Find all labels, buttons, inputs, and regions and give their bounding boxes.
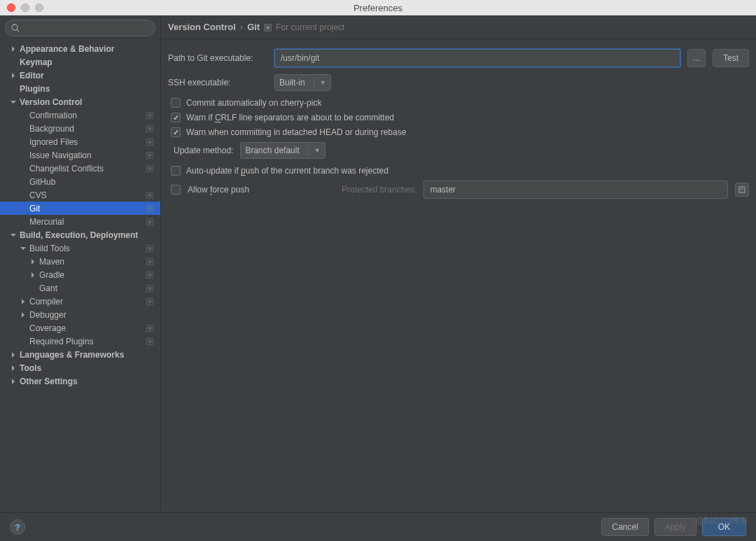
- expand-icon: [738, 185, 746, 194]
- sidebar-item[interactable]: Plugins: [0, 82, 160, 95]
- svg-rect-25: [148, 287, 152, 290]
- sidebar-item[interactable]: Confirmation: [0, 108, 160, 122]
- svg-rect-11: [148, 167, 152, 171]
- sidebar-item-label: GitHub: [29, 177, 55, 187]
- chevron-down-icon: ▼: [314, 147, 321, 154]
- commit-auto-cherrypick-checkbox[interactable]: [171, 98, 181, 108]
- update-method-value: Branch default: [245, 146, 299, 155]
- svg-rect-19: [148, 247, 152, 251]
- test-button[interactable]: Test: [713, 49, 749, 67]
- sidebar-item-label: Mercurial: [29, 217, 64, 227]
- svg-rect-9: [148, 154, 152, 157]
- sidebar-item[interactable]: Mercurial: [0, 215, 160, 228]
- close-window-button[interactable]: [7, 3, 15, 12]
- ok-button[interactable]: OK: [702, 518, 746, 536]
- sidebar-item[interactable]: Gant: [0, 281, 160, 295]
- arrow-spacer: [20, 125, 27, 132]
- breadcrumb-hint: For current project: [276, 22, 344, 32]
- sidebar-item-label: Appearance & Behavior: [20, 44, 114, 54]
- tree-arrow-icon: [10, 351, 17, 358]
- sidebar-item[interactable]: Keymap: [0, 55, 160, 69]
- expand-field-button[interactable]: [735, 183, 749, 197]
- sidebar-item[interactable]: Languages & Frameworks: [0, 348, 160, 361]
- sidebar-item-label: Issue Navigation: [29, 150, 92, 160]
- zoom-window-button[interactable]: [35, 3, 43, 12]
- cancel-button[interactable]: Cancel: [601, 518, 648, 536]
- sidebar-item[interactable]: Required Plugins: [0, 335, 160, 348]
- checkbox-label: Allow force push: [188, 185, 335, 195]
- arrow-spacer: [20, 205, 27, 212]
- arrow-spacer: [20, 178, 27, 185]
- apply-button[interactable]: Apply: [654, 518, 696, 536]
- search-input[interactable]: [5, 20, 155, 36]
- sidebar-item[interactable]: Tools: [0, 361, 160, 374]
- sidebar-item-label: Plugins: [20, 84, 50, 94]
- sidebar-item[interactable]: Build, Execution, Deployment: [0, 228, 160, 241]
- sidebar-item[interactable]: Changelist Conflicts: [0, 162, 160, 175]
- sidebar-item[interactable]: Issue Navigation: [0, 148, 160, 162]
- update-method-select[interactable]: Branch default ▼: [240, 142, 325, 159]
- sidebar-item[interactable]: Git: [0, 202, 160, 215]
- sidebar-item-label: Debugger: [29, 310, 66, 320]
- ssh-select[interactable]: Built-in ▼: [274, 74, 331, 91]
- warn-crlf-checkbox[interactable]: [171, 113, 181, 122]
- git-path-input[interactable]: [274, 49, 680, 67]
- allow-force-push-checkbox[interactable]: [171, 185, 181, 195]
- sidebar-item[interactable]: Maven: [0, 255, 160, 268]
- project-scope-icon: [146, 218, 153, 225]
- sidebar-item-label: Build, Execution, Deployment: [20, 230, 138, 240]
- sidebar-item[interactable]: Gradle: [0, 268, 160, 281]
- tree-arrow-icon: [10, 99, 17, 106]
- sidebar-item-label: Version Control: [20, 97, 82, 107]
- sidebar-item[interactable]: Other Settings: [0, 374, 160, 388]
- minimize-window-button[interactable]: [21, 3, 29, 12]
- project-scope-icon: [146, 244, 153, 251]
- project-scope-icon: [146, 204, 153, 211]
- sidebar-item[interactable]: GitHub: [0, 175, 160, 188]
- checkbox-label: Warn if CRLF line separators are about t…: [186, 113, 394, 122]
- ssh-value: Built-in: [279, 78, 305, 87]
- auto-update-push-checkbox[interactable]: [171, 166, 181, 176]
- warn-detached-checkbox[interactable]: [171, 127, 181, 137]
- sidebar-item[interactable]: Build Tools: [0, 241, 160, 255]
- settings-tree[interactable]: Appearance & BehaviorKeymapEditorPlugins…: [0, 41, 160, 512]
- tree-arrow-icon: [20, 298, 27, 305]
- sidebar-item-label: Languages & Frameworks: [20, 350, 124, 360]
- browse-button[interactable]: ...: [687, 49, 706, 67]
- sidebar-item-label: Maven: [39, 257, 64, 267]
- project-scope-icon: [146, 297, 153, 304]
- sidebar-item[interactable]: Debugger: [0, 308, 160, 321]
- chevron-down-icon: ▼: [320, 79, 326, 86]
- sidebar-item[interactable]: Compiler: [0, 295, 160, 308]
- sidebar-item[interactable]: Editor: [0, 69, 160, 82]
- sidebar-item-label: Required Plugins: [29, 337, 93, 346]
- dialog-footer: ? Cancel Apply OK: [0, 512, 756, 541]
- ssh-label: SSH executable:: [168, 78, 267, 87]
- svg-point-0: [12, 24, 18, 30]
- help-button[interactable]: ?: [10, 519, 25, 535]
- protected-branches-label: Protected branches:: [342, 185, 416, 195]
- sidebar-item[interactable]: Appearance & Behavior: [0, 42, 160, 55]
- protected-branches-input[interactable]: [424, 181, 728, 199]
- svg-rect-23: [148, 274, 152, 277]
- sidebar-item-label: Other Settings: [20, 377, 78, 386]
- svg-rect-15: [148, 207, 152, 211]
- sidebar-item[interactable]: Background: [0, 122, 160, 135]
- sidebar-item[interactable]: CVS: [0, 188, 160, 202]
- arrow-spacer: [20, 218, 27, 225]
- sidebar-item-label: Editor: [20, 71, 44, 80]
- sidebar-item[interactable]: Version Control: [0, 95, 160, 108]
- arrow-spacer: [10, 59, 17, 66]
- sidebar-item[interactable]: Coverage: [0, 321, 160, 335]
- arrow-spacer: [29, 285, 36, 292]
- svg-line-1: [17, 29, 19, 31]
- svg-rect-31: [148, 340, 152, 344]
- svg-rect-3: [148, 114, 152, 118]
- tree-arrow-icon: [10, 72, 17, 79]
- sidebar-item-label: Tools: [20, 363, 41, 373]
- sidebar-item[interactable]: Ignored Files: [0, 135, 160, 148]
- sidebar-item-label: Coverage: [29, 323, 66, 333]
- search-icon: [10, 23, 20, 33]
- checkbox-label: Warn when committing in detached HEAD or…: [186, 127, 406, 137]
- sidebar-item-label: Compiler: [29, 297, 63, 307]
